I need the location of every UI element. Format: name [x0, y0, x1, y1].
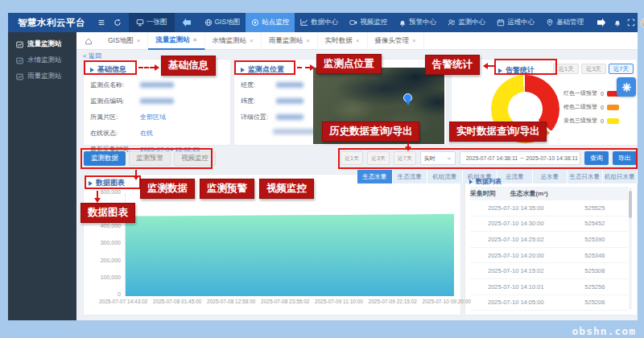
sidebar-item[interactable]: 雨量监测站 — [8, 68, 76, 84]
scrollbar-thumb[interactable] — [629, 191, 632, 218]
page-tab[interactable]: 摄像头管理 × — [368, 32, 424, 50]
nav-item-monitor-center[interactable]: 监测中心 — [442, 13, 491, 32]
metric-tab[interactable]: 生态流量 — [393, 170, 428, 183]
nav-item-gis-map[interactable]: GIS地图 — [199, 13, 246, 32]
table-row[interactable]: 2025-07-10 14:10:01 525256 — [470, 279, 628, 295]
data-tab-button[interactable]: 监测预警 — [129, 151, 171, 166]
legend-swatch — [607, 105, 619, 110]
table-row[interactable]: 2025-07-10 14:35:00 525525 — [470, 200, 628, 216]
chart-x-axis: 2025-07-07 14:43:022025-07-08 01:45:0020… — [99, 299, 471, 304]
section-arrow-icon — [89, 181, 93, 186]
tab-close-icon[interactable]: × — [250, 37, 254, 44]
legend-swatch — [607, 118, 619, 124]
tab-close-icon[interactable]: × — [356, 37, 360, 44]
table-row[interactable]: 2025-07-10 14:20:00 525346 — [470, 248, 628, 264]
filter-range-button[interactable]: 近7天 — [394, 151, 416, 165]
annotation-arrowhead — [155, 64, 159, 71]
metric-tab[interactable]: 生态水量 — [357, 170, 393, 183]
metric-tab[interactable]: 总流量 — [497, 170, 533, 183]
query-button[interactable]: 查询 — [584, 151, 609, 165]
nav-item-one-map[interactable]: 一张图 — [129, 13, 175, 32]
annotation-arrow-line — [135, 170, 137, 175]
tab-close-icon[interactable]: × — [137, 37, 141, 44]
annotation-callout-monitor-alert: 监测预警 — [200, 179, 254, 199]
annotation-arrowhead — [405, 146, 411, 151]
nav-label: 预警中心 — [409, 18, 436, 27]
fullscreen-icon[interactable] — [627, 19, 635, 27]
back-link[interactable]: < 返回 — [83, 52, 101, 60]
section-arrow-icon — [498, 68, 502, 73]
screenshot-frame: 智慧水利云平台 一张图 GIS地图 站点监控 数据中心 视频监控 预警中心 — [0, 0, 644, 338]
avatar[interactable] — [641, 18, 644, 28]
field-value: 全部区域 — [140, 113, 166, 122]
nav-item-data-center[interactable]: 数据中心 — [295, 13, 344, 32]
field-label: 经度: — [241, 80, 276, 89]
page-tab[interactable]: 水情监测站 × — [205, 32, 262, 50]
table-row[interactable]: 2025-07-10 14:25:02 525390 — [470, 232, 628, 248]
nav-back-arrow-icon[interactable] — [175, 18, 199, 27]
hamburger-icon[interactable] — [93, 13, 109, 32]
alert-range-button[interactable]: 近7天 — [609, 64, 634, 74]
legend-count: 0 — [601, 91, 604, 97]
page-tab[interactable]: 雨量监测站 × — [262, 32, 318, 50]
location-header: 监测点位置 — [241, 64, 284, 75]
field-label: 监测点名称: — [90, 80, 140, 89]
target-icon — [251, 19, 259, 27]
notification-bell-icon[interactable] — [613, 19, 621, 27]
y-tick-label: 400,000 — [101, 223, 121, 229]
x-tick-label: 2025-07-09 11:10:00 — [315, 299, 363, 304]
data-table: 采集时间生态水量(m³) 2025-07-10 14:35:00 525525 … — [470, 187, 628, 311]
sidebar-item[interactable]: 水情监测站 — [8, 52, 76, 68]
metric-tab[interactable]: 总水量 — [533, 170, 568, 183]
filter-range-button[interactable]: 近1天 — [341, 151, 363, 165]
field-value: 在线 — [140, 129, 153, 138]
nav-item-site-monitor[interactable]: 站点监控 — [246, 13, 295, 32]
tab-close-icon[interactable]: × — [412, 37, 416, 44]
page-tab[interactable]: 实时数据 × — [318, 32, 368, 50]
nav-item-basic-mgmt[interactable]: 基础管理 — [540, 13, 589, 32]
cell-value: 525206 — [562, 299, 628, 306]
tab-close-icon[interactable]: × — [193, 36, 197, 43]
nav-label: 站点监控 — [262, 18, 289, 27]
annotation-arrow-line — [297, 67, 310, 68]
refresh-icon[interactable] — [109, 13, 126, 32]
table-row[interactable]: 2025-07-10 14:15:02 525308 — [470, 263, 628, 279]
data-tab-button[interactable]: 监测数据 — [84, 151, 126, 166]
nav-label: 监测中心 — [458, 18, 485, 27]
nav-label: 视频监控 — [360, 18, 387, 27]
alert-range-button[interactable]: 近1天 — [553, 64, 578, 74]
tab-close-icon[interactable]: × — [306, 37, 310, 44]
table-scrollbar[interactable] — [629, 188, 632, 310]
date-range-input[interactable]: 2025-07-07 14:38:11 ~ 2025-07-10 14:38:1… — [460, 151, 580, 165]
metric-tab[interactable]: 机组流量 — [427, 170, 463, 183]
export-button[interactable]: 导出 — [613, 151, 637, 165]
floating-widget-button[interactable] — [617, 77, 636, 97]
page-tab[interactable]: 流量监测站 × — [148, 32, 204, 50]
people-icon — [448, 19, 456, 27]
table-row[interactable]: 2025-07-10 14:30:00 525452 — [470, 216, 628, 233]
nav-forward-arrow-icon[interactable] — [589, 18, 613, 27]
home-icon[interactable] — [76, 37, 101, 45]
redacted-value — [276, 98, 303, 104]
data-tab-button[interactable]: 视频监控 — [174, 151, 216, 166]
nav-item-video-monitor[interactable]: 视频监控 — [344, 13, 393, 32]
x-tick-label: 2025-07-08 12:58:00 — [207, 299, 255, 304]
metric-tab[interactable]: 生态日水量 — [568, 170, 603, 183]
mode-select[interactable]: 实时 — [420, 151, 456, 165]
annotation-callout-basic-info: 基础信息 — [161, 56, 216, 76]
watermark: obshn.com — [572, 325, 636, 337]
cell-time: 2025-07-10 14:35:00 — [470, 204, 562, 212]
sidebar-item[interactable]: 流量监测站 — [8, 36, 76, 52]
alert-range-button[interactable]: 近3天 — [581, 64, 606, 74]
top-navbar: 智慧水利云平台 一张图 GIS地图 站点监控 数据中心 视频监控 预警中心 — [8, 13, 638, 32]
filter-range-button[interactable]: 近3天 — [367, 151, 390, 165]
tab-label: 摄像头管理 — [375, 36, 410, 46]
metric-tab[interactable]: 机组日水量 — [603, 170, 638, 183]
map-pin-icon[interactable] — [403, 93, 413, 106]
table-row[interactable]: 2025-07-10 14:05:00 525206 — [470, 295, 628, 311]
nav-item-ops-center[interactable]: 运维中心 — [491, 13, 540, 32]
data-tab-group: 监测数据监测预警视频监控 — [84, 151, 216, 166]
x-tick-label: 2025-07-07 14:43:02 — [99, 299, 147, 304]
page-tab[interactable]: GIS地图 × — [101, 32, 148, 50]
nav-item-alert-center[interactable]: 预警中心 — [393, 13, 442, 32]
